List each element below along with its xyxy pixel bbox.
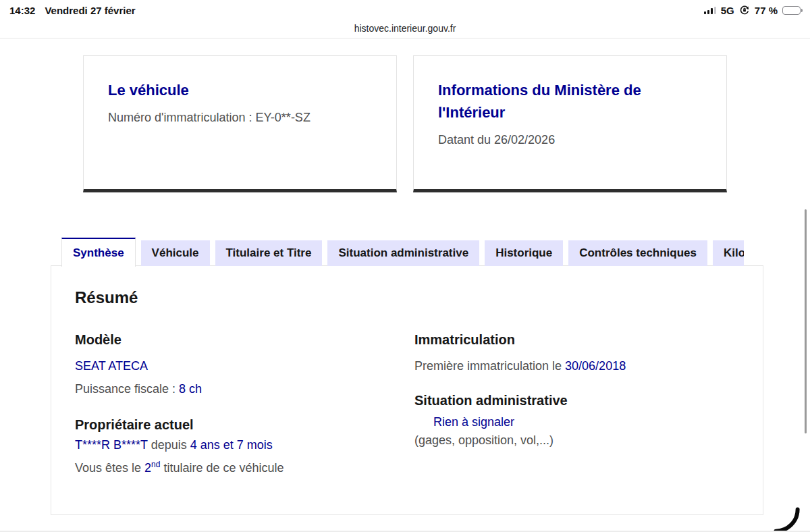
ministry-info-card: Informations du Ministère de l'Intérieur… bbox=[413, 55, 727, 192]
first-registration-line: Première immatriculation le 30/06/2018 bbox=[414, 357, 732, 375]
owner-line: T****R B****T depuis 4 ans et 7 mois bbox=[75, 436, 392, 454]
owner-name: T****R B****T bbox=[75, 438, 148, 452]
situation-status: Rien à signaler bbox=[433, 415, 514, 429]
signal-strength-icon bbox=[704, 7, 716, 14]
address-bar[interactable]: histovec.interieur.gouv.fr bbox=[0, 19, 810, 38]
situation-heading: Situation administrative bbox=[414, 393, 732, 408]
panel-title: Résumé bbox=[75, 288, 138, 307]
report-date: Datant du 26/02/2026 bbox=[438, 131, 702, 149]
date: Vendredi 27 février bbox=[45, 5, 135, 16]
holder-rank: 2 bbox=[144, 461, 151, 475]
tab-synthese[interactable]: Synthèse bbox=[61, 238, 136, 267]
network-type: 5G bbox=[721, 5, 734, 16]
owner-duration: 4 ans et 7 mois bbox=[190, 438, 273, 452]
model-name: SEAT ATECA bbox=[75, 359, 148, 373]
tab-situation-administrative[interactable]: Situation administrative bbox=[327, 240, 479, 266]
tab-vehicule[interactable]: Véhicule bbox=[141, 240, 210, 266]
holder-rank-line: Vous êtes le 2nd titulaire de ce véhicul… bbox=[75, 456, 392, 477]
holder-rank-ordinal: nd bbox=[151, 460, 160, 469]
fiscal-power-line: Puissance fiscale : 8 ch bbox=[75, 380, 392, 398]
vehicle-card: Le véhicule Numéro d'immatriculation : E… bbox=[83, 55, 397, 192]
owner-heading: Propriétaire actuel bbox=[75, 417, 392, 433]
loading-spinner-icon bbox=[773, 505, 804, 532]
registration-heading: Immatriculation bbox=[414, 332, 732, 348]
first-registration-date: 30/06/2018 bbox=[565, 359, 626, 373]
screen: 14:32 Vendredi 27 février 5G 77 % bbox=[0, 0, 810, 532]
battery-icon bbox=[782, 6, 801, 15]
summary-left-column: Modèle SEAT ATECA Puissance fiscale : 8 … bbox=[75, 332, 392, 477]
ministry-card-title: Informations du Ministère de l'Intérieur bbox=[438, 79, 661, 124]
tab-bar: Synthèse Véhicule Titulaire et Titre Sit… bbox=[61, 238, 744, 266]
clock: 14:32 bbox=[9, 5, 35, 16]
model-heading: Modèle bbox=[75, 332, 392, 348]
scrollbar-thumb[interactable] bbox=[805, 209, 807, 433]
tab-titulaire-et-titre[interactable]: Titulaire et Titre bbox=[215, 240, 323, 266]
synthese-panel: Résumé Modèle SEAT ATECA Puissance fisca… bbox=[51, 265, 763, 515]
rotation-lock-icon bbox=[739, 5, 750, 16]
tab-controles-techniques[interactable]: Contrôles techniques bbox=[568, 240, 707, 266]
status-bar: 14:32 Vendredi 27 février 5G 77 % bbox=[0, 0, 810, 19]
registration-number: Numéro d'immatriculation : EY-0**-SZ bbox=[108, 109, 372, 126]
tab-historique[interactable]: Historique bbox=[485, 240, 563, 266]
tab-kilometrage[interactable]: Kilométrage bbox=[713, 240, 744, 266]
fiscal-power-value: 8 ch bbox=[179, 382, 202, 396]
situation-note: (gages, opposition, vol,...) bbox=[414, 431, 732, 450]
address-bar-url[interactable]: histovec.interieur.gouv.fr bbox=[354, 23, 456, 34]
summary-right-column: Immatriculation Première immatriculation… bbox=[414, 332, 732, 450]
battery-percent: 77 % bbox=[755, 5, 778, 16]
vehicle-card-title: Le véhicule bbox=[108, 79, 372, 101]
